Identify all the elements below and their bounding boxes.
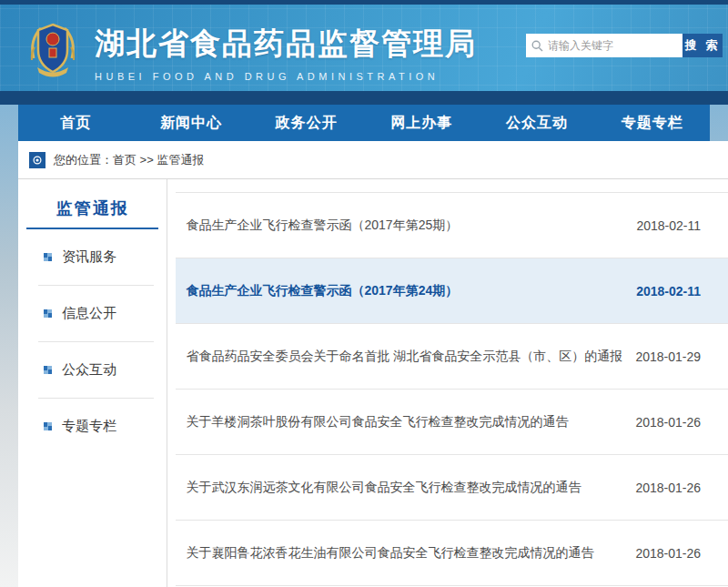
main-panel: 食品生产企业飞行检查警示函（2017年第25期） 2018-02-11 食品生产… xyxy=(167,179,728,587)
sidebar-item-label: 专题专栏 xyxy=(62,418,116,435)
news-row: 食品生产企业飞行检查警示函（2017年第25期） 2018-02-11 xyxy=(176,193,728,258)
news-date: 2018-02-11 xyxy=(636,284,701,299)
nav-item[interactable]: 新闻中心 xyxy=(134,105,249,141)
brand-block: 湖北省食品药品监督管理局 HUBEI FOOD AND DRUG ADMINIS… xyxy=(95,24,477,82)
breadcrumb: 您的位置： 首页 >> 监管通报 xyxy=(18,141,728,179)
nav-item[interactable]: 公众互动 xyxy=(480,105,595,141)
news-date: 2018-01-29 xyxy=(635,349,701,364)
site-search: 搜 索 xyxy=(526,34,723,57)
agency-logo-badge[interactable] xyxy=(25,20,80,78)
news-row: 省食品药品安全委员会关于命名首批 湖北省食品安全示范县（市、区）的通报 2018… xyxy=(176,324,728,390)
sidebar-item[interactable]: 信息公开 xyxy=(38,286,154,342)
sidebar-item[interactable]: 公众互动 xyxy=(38,342,154,399)
news-link[interactable]: 食品生产企业飞行检查警示函（2017年第24期） xyxy=(186,283,470,299)
site-header: 湖北省食品药品监督管理局 HUBEI FOOD AND DRUG ADMINIS… xyxy=(0,0,728,105)
news-link[interactable]: 关于襄阳鲁花浓香花生油有限公司食品安全飞行检查整改完成情况的通告 xyxy=(186,545,606,562)
grid-bullet-icon xyxy=(44,309,52,318)
nav-item[interactable]: 专题专栏 xyxy=(594,105,710,141)
nav-item[interactable]: 政务公开 xyxy=(248,105,364,141)
sidebar-menu: 资讯服务 信息公开 公众互动 专题专栏 xyxy=(38,229,154,454)
news-date: 2018-01-26 xyxy=(635,481,701,495)
grid-bullet-icon xyxy=(44,422,52,430)
grid-bullet-icon xyxy=(44,366,52,374)
page: 湖北省食品药品监督管理局 HUBEI FOOD AND DRUG ADMINIS… xyxy=(0,0,728,587)
search-box xyxy=(526,34,682,57)
nav-item[interactable]: 首页 xyxy=(18,105,134,141)
search-icon xyxy=(531,40,543,52)
location-icon xyxy=(29,152,46,168)
header-bottom-band xyxy=(0,91,728,105)
news-link[interactable]: 关于羊楼洞茶叶股份有限公司食品安全飞行检查整改完成情况的通告 xyxy=(186,414,581,430)
news-link[interactable]: 省食品药品安全委员会关于命名首批 湖北省食品安全示范县（市、区）的通报 xyxy=(186,349,635,365)
badge-icon xyxy=(25,20,80,78)
content-area: 监管通报 资讯服务 信息公开 公众互动 xyxy=(18,179,728,587)
breadcrumb-prefix: 您的位置： xyxy=(54,152,113,168)
news-row: 关于武汉东润远茶文化有限公司食品安全飞行检查整改完成情况的通告 2018-01-… xyxy=(176,455,728,521)
breadcrumb-path[interactable]: 首页 >> 监管通报 xyxy=(113,152,204,168)
sidebar-item[interactable]: 专题专栏 xyxy=(38,399,154,454)
sidebar-item-label: 信息公开 xyxy=(62,305,116,322)
nav-item[interactable]: 网上办事 xyxy=(364,105,480,141)
sidebar-item-label: 资讯服务 xyxy=(62,248,116,266)
sidebar: 监管通报 资讯服务 信息公开 公众互动 xyxy=(18,179,167,587)
news-row: 关于襄阳鲁花浓香花生油有限公司食品安全飞行检查整改完成情况的通告 2018-01… xyxy=(176,521,728,586)
main-nav: 首页 新闻中心 政务公开 网上办事 公众互动 专题专栏 xyxy=(18,105,710,141)
news-link[interactable]: 关于武汉东润远茶文化有限公司食品安全飞行检查整改完成情况的通告 xyxy=(186,480,593,496)
site-title: 湖北省食品药品监督管理局 xyxy=(95,24,477,65)
grid-bullet-icon xyxy=(44,253,52,261)
sidebar-item[interactable]: 资讯服务 xyxy=(38,229,154,286)
search-button[interactable]: 搜 索 xyxy=(682,34,723,57)
search-input[interactable] xyxy=(548,39,677,52)
news-date: 2018-01-26 xyxy=(635,415,701,430)
sidebar-section-title: 监管通报 xyxy=(26,197,158,229)
news-date: 2018-01-26 xyxy=(635,546,701,561)
sidebar-item-label: 公众互动 xyxy=(62,361,116,379)
header-top-strip xyxy=(0,0,728,5)
news-link[interactable]: 食品生产企业飞行检查警示函（2017年第25期） xyxy=(186,218,470,234)
news-list: 食品生产企业飞行检查警示函（2017年第25期） 2018-02-11 食品生产… xyxy=(176,192,728,586)
news-date: 2018-02-11 xyxy=(636,218,701,233)
news-row: 关于羊楼洞茶叶股份有限公司食品安全飞行检查整改完成情况的通告 2018-01-2… xyxy=(176,390,728,455)
site-subtitle: HUBEI FOOD AND DRUG ADMINISTRATION xyxy=(95,71,477,82)
news-row: 食品生产企业飞行检查警示函（2017年第24期） 2018-02-11 xyxy=(176,258,728,324)
